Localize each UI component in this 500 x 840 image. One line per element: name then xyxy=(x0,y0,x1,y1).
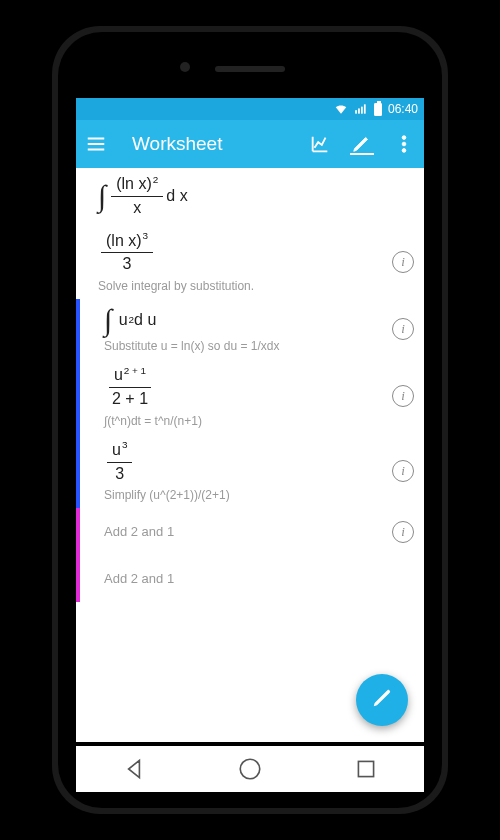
info-icon[interactable]: i xyxy=(392,460,414,482)
recent-icon[interactable] xyxy=(353,756,379,782)
step-hint: Add 2 and 1 xyxy=(104,561,380,596)
math-expression: (ln x)3 3 xyxy=(98,231,156,276)
expression-row[interactable]: Add 2 and 1 i xyxy=(76,508,424,555)
info-icon[interactable]: i xyxy=(392,521,414,543)
fab-edit-button[interactable] xyxy=(356,674,408,726)
pencil-icon xyxy=(371,687,393,713)
pencil-icon[interactable] xyxy=(350,133,374,155)
expression-row[interactable]: u2 + 1 2 + 1 ∫(t^n)dt = t^n/(n+1) i xyxy=(76,359,424,434)
overflow-icon[interactable] xyxy=(392,132,416,156)
phone-frame-outer: 06:40 Worksheet xyxy=(52,26,448,814)
worksheet-content: ∫ (ln x)2 x d x (ln x)3 3 xyxy=(76,168,424,742)
step-hint: Simplify (u^(2+1))/(2+1) xyxy=(104,488,380,502)
math-expression: u3 3 xyxy=(104,440,135,485)
phone-speaker xyxy=(215,66,285,72)
expression-row[interactable]: (ln x)3 3 Solve integral by substitution… xyxy=(76,225,424,300)
expression-row[interactable]: u3 3 Simplify (u^(2+1))/(2+1) i xyxy=(76,434,424,509)
status-bar: 06:40 xyxy=(76,98,424,120)
expression-row[interactable]: Add 2 and 1 xyxy=(76,555,424,602)
step-hint: Solve integral by substitution. xyxy=(98,279,380,293)
battery-icon xyxy=(374,103,382,116)
phone-frame-inner: 06:40 Worksheet xyxy=(58,32,442,808)
phone-camera xyxy=(180,62,190,72)
action-bar: Worksheet xyxy=(76,120,424,168)
svg-point-7 xyxy=(240,759,260,779)
math-expression: ∫ u2d u xyxy=(104,305,156,335)
back-icon[interactable] xyxy=(121,756,147,782)
info-icon[interactable]: i xyxy=(392,385,414,407)
svg-rect-8 xyxy=(358,761,373,776)
svg-rect-0 xyxy=(355,110,357,114)
system-nav-bar xyxy=(76,746,424,792)
expression-row[interactable]: ∫ (ln x)2 x d x xyxy=(76,168,424,225)
svg-rect-2 xyxy=(361,107,363,114)
home-icon[interactable] xyxy=(237,756,263,782)
signal-icon xyxy=(354,102,368,116)
graph-icon[interactable] xyxy=(308,132,332,156)
math-expression: u2 + 1 2 + 1 xyxy=(104,365,156,410)
svg-point-5 xyxy=(402,142,406,146)
info-icon[interactable]: i xyxy=(392,251,414,273)
svg-point-4 xyxy=(402,136,406,140)
step-hint: Add 2 and 1 xyxy=(104,514,380,549)
wifi-icon xyxy=(334,102,348,116)
info-icon[interactable]: i xyxy=(392,318,414,340)
menu-icon[interactable] xyxy=(84,132,108,156)
svg-point-6 xyxy=(402,149,406,153)
page-title: Worksheet xyxy=(132,133,290,155)
math-expression: ∫ (ln x)2 x d x xyxy=(98,174,188,219)
expression-row[interactable]: ∫ u2d u Substitute u = ln(x) so du = 1/x… xyxy=(76,299,424,359)
screen: 06:40 Worksheet xyxy=(76,98,424,742)
step-hint: Substitute u = ln(x) so du = 1/xdx xyxy=(104,339,380,353)
step-hint: ∫(t^n)dt = t^n/(n+1) xyxy=(104,414,380,428)
svg-rect-3 xyxy=(364,104,366,113)
status-time: 06:40 xyxy=(388,102,418,116)
svg-rect-1 xyxy=(358,108,360,113)
